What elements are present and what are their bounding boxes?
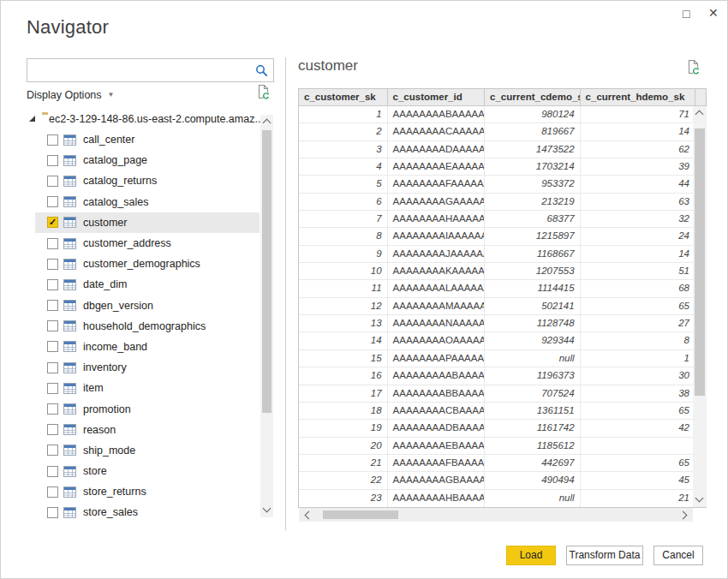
tree-item-customer_demographics[interactable]: customer_demographics — [35, 254, 260, 274]
tree-item-label: inventory — [83, 361, 127, 373]
tree-item-label: customer — [83, 217, 127, 229]
scroll-down-icon[interactable] — [695, 494, 704, 503]
tree-item-store[interactable]: store — [35, 461, 260, 481]
cell-c_customer_sk: 21 — [299, 455, 388, 471]
table-row: 3AAAAAAAADAAAAAAA147352262 — [299, 141, 706, 158]
tree-item-income_band[interactable]: income_band — [35, 337, 260, 357]
cell-c_customer_id: AAAAAAAALAAAAAAA — [388, 280, 486, 296]
tree-item-reason[interactable]: reason — [35, 420, 260, 440]
tree-item-dbgen_version[interactable]: dbgen_version — [35, 295, 260, 316]
cell-c_current_cdemo_sk: 490494 — [485, 472, 581, 488]
grid-header-row: c_customer_skc_customer_idc_current_cdem… — [299, 89, 706, 106]
tree-item-date_dim[interactable]: date_dim — [35, 274, 260, 295]
maximize-icon[interactable]: □ — [683, 6, 689, 21]
table-row: 15AAAAAAAAPAAAAAAAnull1 — [299, 350, 706, 367]
checkbox[interactable] — [47, 259, 58, 270]
tree-item-label: ship_mode — [83, 445, 135, 457]
expander-icon[interactable] — [29, 116, 35, 122]
cell-c_current_hdemo_sk: 32 — [581, 211, 695, 227]
tree-item-label: household_demographics — [83, 320, 206, 332]
checkbox[interactable] — [47, 176, 58, 187]
checkbox[interactable] — [47, 507, 58, 518]
table-row: 20AAAAAAAAEBAAAAAA1185612 — [299, 438, 706, 455]
tree-item-household_demographics[interactable]: household_demographics — [35, 316, 260, 337]
scroll-down-icon[interactable] — [263, 504, 272, 513]
display-options-label: Display Options — [27, 89, 102, 101]
checkbox[interactable] — [47, 300, 58, 311]
tree-item-customer_address[interactable]: customer_address — [35, 233, 260, 254]
close-icon[interactable]: ✕ — [708, 5, 719, 21]
tree-item-catalog_returns[interactable]: catalog_returns — [35, 170, 260, 191]
display-options-row: Display Options▼ — [27, 87, 274, 102]
tree-item-ship_mode[interactable]: ship_mode — [35, 440, 260, 461]
checkbox[interactable] — [47, 466, 58, 477]
table-icon — [63, 445, 76, 456]
tree-item-store_returns[interactable]: store_returns — [35, 481, 260, 502]
navigator-dialog: □ ✕ Navigator Display Options▼ ec2-3-129… — [0, 0, 728, 579]
display-options-dropdown[interactable]: Display Options▼ — [27, 89, 114, 101]
cell-c_current_cdemo_sk: 1207553 — [485, 263, 581, 279]
cell-c_current_hdemo_sk: 30 — [581, 367, 695, 384]
tree-item-call_center[interactable]: call_center — [35, 129, 260, 150]
tree-item-store_sales[interactable]: store_sales — [35, 502, 260, 522]
cell-c_current_cdemo_sk: 213219 — [485, 194, 581, 210]
checkbox[interactable] — [47, 403, 58, 415]
checkbox[interactable] — [47, 362, 58, 373]
table-row: 10AAAAAAAAKAAAAAAA120755351 — [299, 263, 706, 280]
table-icon — [63, 466, 76, 477]
cell-c_current_hdemo_sk: 44 — [581, 176, 695, 192]
checkbox[interactable] — [47, 445, 58, 456]
tree-item-label: customer_demographics — [83, 258, 200, 270]
tree-item-catalog_sales[interactable]: catalog_sales — [35, 192, 260, 212]
scroll-up-icon[interactable] — [263, 119, 272, 128]
preview-title: customer — [298, 57, 358, 75]
cell-c_customer_sk: 12 — [299, 298, 388, 314]
tree-item-catalog_page[interactable]: catalog_page — [35, 150, 260, 170]
refresh-preview-icon[interactable] — [686, 59, 701, 79]
checkbox[interactable] — [47, 383, 58, 394]
transform-data-button[interactable]: Transform Data — [566, 546, 643, 565]
checkbox[interactable] — [47, 238, 58, 249]
checkbox[interactable] — [47, 341, 58, 352]
checkbox[interactable] — [47, 486, 58, 498]
tree-scrollbar-thumb[interactable] — [262, 130, 272, 413]
tree-item-customer[interactable]: ✓customer — [35, 212, 260, 233]
checkbox[interactable] — [47, 196, 58, 207]
cell-c_customer_id: AAAAAAAAGBAAAAAA — [388, 472, 486, 488]
checkbox-checked[interactable]: ✓ — [47, 217, 58, 228]
checkbox[interactable] — [47, 279, 58, 290]
search-input[interactable] — [27, 59, 273, 81]
cell-c_current_cdemo_sk: 1161742 — [485, 420, 581, 436]
cell-c_customer_sk: 22 — [299, 472, 388, 488]
cell-c_customer_sk: 14 — [299, 332, 388, 349]
checkbox[interactable] — [47, 320, 58, 331]
cell-c_current_cdemo_sk: 1196373 — [485, 367, 581, 384]
refresh-tree-icon[interactable] — [256, 84, 271, 104]
tree-item-item[interactable]: item — [35, 378, 260, 398]
tree-scrollbar[interactable] — [260, 115, 273, 517]
load-button[interactable]: Load — [506, 546, 556, 565]
checkbox[interactable] — [47, 134, 58, 146]
preview-hscrollbar-thumb[interactable] — [323, 510, 398, 519]
table-row: 16AAAAAAAAABAAAAAA119637330 — [299, 367, 706, 385]
cell-c_current_hdemo_sk: 14 — [581, 246, 695, 262]
tree-item-label: customer_address — [83, 237, 171, 249]
preview-vscrollbar-thumb[interactable] — [695, 128, 705, 396]
checkbox[interactable] — [47, 424, 58, 435]
scroll-right-icon[interactable] — [679, 511, 688, 520]
cell-c_customer_sk: 5 — [299, 176, 388, 192]
tree-root-node[interactable]: ec2-3-129-148-86.us-east-2.compute.amaz.… — [29, 110, 260, 128]
cell-c_customer_id: AAAAAAAAPAAAAAAA — [388, 350, 486, 367]
tree-item-promotion[interactable]: promotion — [35, 398, 260, 419]
checkbox[interactable] — [47, 155, 58, 166]
panel-divider — [285, 57, 286, 530]
preview-vscrollbar[interactable] — [693, 106, 707, 507]
preview-hscrollbar[interactable] — [299, 508, 693, 522]
cancel-button[interactable]: Cancel — [653, 546, 703, 565]
preview-table: c_customer_skc_customer_idc_current_cdem… — [298, 88, 707, 508]
cell-c_customer_id: AAAAAAAAKAAAAAAA — [388, 263, 486, 279]
scroll-up-icon[interactable] — [695, 110, 704, 119]
scroll-left-icon[interactable] — [305, 511, 313, 520]
cell-c_customer_sk: 20 — [299, 438, 388, 454]
tree-item-inventory[interactable]: inventory — [35, 357, 260, 378]
